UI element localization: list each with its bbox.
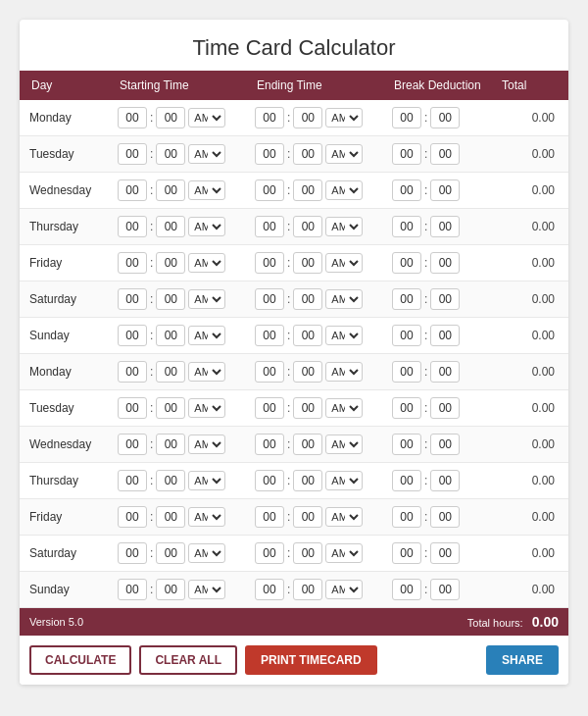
end-hour-input[interactable]: [255, 216, 284, 237]
start-minute-input[interactable]: [156, 542, 185, 564]
end-ampm-select[interactable]: AMPM: [325, 543, 363, 563]
end-hour-input[interactable]: [255, 107, 284, 128]
break-minute-input[interactable]: [430, 542, 460, 564]
start-hour-input[interactable]: [118, 470, 147, 491]
break-hour-input[interactable]: [392, 288, 421, 310]
start-hour-input[interactable]: [118, 579, 147, 600]
start-minute-input[interactable]: [156, 143, 185, 165]
start-ampm-select[interactable]: AMPM: [188, 398, 225, 418]
end-ampm-select[interactable]: AMPM: [325, 507, 363, 527]
end-minute-input[interactable]: [293, 288, 322, 310]
end-hour-input[interactable]: [255, 434, 284, 455]
start-minute-input[interactable]: [156, 325, 185, 346]
start-hour-input[interactable]: [118, 506, 147, 528]
end-minute-input[interactable]: [293, 179, 322, 201]
break-minute-input[interactable]: [430, 361, 460, 383]
start-minute-input[interactable]: [156, 361, 185, 383]
start-ampm-select[interactable]: AMPM: [188, 253, 225, 273]
calculate-button[interactable]: CALCULATE: [29, 645, 131, 675]
start-hour-input[interactable]: [118, 397, 147, 419]
break-minute-input[interactable]: [430, 397, 460, 419]
start-ampm-select[interactable]: AMPM: [188, 217, 225, 236]
break-hour-input[interactable]: [392, 107, 421, 128]
start-ampm-select[interactable]: AMPM: [188, 180, 225, 200]
break-minute-input[interactable]: [430, 325, 460, 346]
break-hour-input[interactable]: [392, 579, 421, 600]
end-ampm-select[interactable]: AMPM: [325, 253, 363, 273]
clear-all-button[interactable]: CLEAR ALL: [139, 645, 237, 675]
break-minute-input[interactable]: [430, 107, 460, 128]
start-hour-input[interactable]: [118, 325, 147, 346]
end-ampm-select[interactable]: AMPM: [325, 471, 363, 490]
break-minute-input[interactable]: [430, 506, 460, 528]
break-hour-input[interactable]: [392, 361, 421, 383]
start-ampm-select[interactable]: AMPM: [188, 108, 225, 128]
end-minute-input[interactable]: [293, 216, 322, 237]
end-hour-input[interactable]: [255, 361, 284, 383]
start-minute-input[interactable]: [156, 216, 185, 237]
end-minute-input[interactable]: [293, 470, 322, 491]
end-ampm-select[interactable]: AMPM: [325, 398, 363, 418]
break-hour-input[interactable]: [392, 216, 421, 237]
end-hour-input[interactable]: [255, 179, 284, 201]
start-minute-input[interactable]: [156, 107, 185, 128]
break-hour-input[interactable]: [392, 434, 421, 455]
end-hour-input[interactable]: [255, 143, 284, 165]
end-minute-input[interactable]: [293, 434, 322, 455]
end-minute-input[interactable]: [293, 252, 322, 274]
start-hour-input[interactable]: [118, 288, 147, 310]
start-hour-input[interactable]: [118, 252, 147, 274]
start-hour-input[interactable]: [118, 361, 147, 383]
end-ampm-select[interactable]: AMPM: [325, 108, 363, 128]
break-minute-input[interactable]: [430, 434, 460, 455]
end-minute-input[interactable]: [293, 143, 322, 165]
start-ampm-select[interactable]: AMPM: [188, 289, 225, 309]
end-hour-input[interactable]: [255, 506, 284, 528]
end-minute-input[interactable]: [293, 542, 322, 564]
start-hour-input[interactable]: [118, 179, 147, 201]
end-minute-input[interactable]: [293, 325, 322, 346]
end-hour-input[interactable]: [255, 579, 284, 600]
end-hour-input[interactable]: [255, 470, 284, 491]
start-ampm-select[interactable]: AMPM: [188, 471, 225, 490]
end-hour-input[interactable]: [255, 542, 284, 564]
break-hour-input[interactable]: [392, 542, 421, 564]
share-button[interactable]: SHARE: [486, 645, 559, 675]
end-ampm-select[interactable]: AMPM: [325, 362, 363, 382]
start-hour-input[interactable]: [118, 107, 147, 128]
end-ampm-select[interactable]: AMPM: [325, 144, 363, 164]
break-hour-input[interactable]: [392, 143, 421, 165]
start-minute-input[interactable]: [156, 179, 185, 201]
start-minute-input[interactable]: [156, 506, 185, 528]
break-minute-input[interactable]: [430, 470, 460, 491]
break-hour-input[interactable]: [392, 252, 421, 274]
break-minute-input[interactable]: [430, 579, 460, 600]
break-minute-input[interactable]: [430, 179, 460, 201]
start-ampm-select[interactable]: AMPM: [188, 543, 225, 563]
start-ampm-select[interactable]: AMPM: [188, 144, 225, 164]
break-hour-input[interactable]: [392, 325, 421, 346]
end-minute-input[interactable]: [293, 506, 322, 528]
end-ampm-select[interactable]: AMPM: [325, 180, 363, 200]
start-minute-input[interactable]: [156, 434, 185, 455]
start-minute-input[interactable]: [156, 470, 185, 491]
end-ampm-select[interactable]: AMPM: [325, 217, 363, 236]
start-ampm-select[interactable]: AMPM: [188, 580, 225, 599]
end-minute-input[interactable]: [293, 107, 322, 128]
break-minute-input[interactable]: [430, 288, 460, 310]
end-ampm-select[interactable]: AMPM: [325, 580, 363, 599]
start-hour-input[interactable]: [118, 216, 147, 237]
break-minute-input[interactable]: [430, 143, 460, 165]
end-ampm-select[interactable]: AMPM: [325, 435, 363, 454]
start-ampm-select[interactable]: AMPM: [188, 362, 225, 382]
end-minute-input[interactable]: [293, 397, 322, 419]
end-hour-input[interactable]: [255, 325, 284, 346]
start-hour-input[interactable]: [118, 434, 147, 455]
break-minute-input[interactable]: [430, 252, 460, 274]
break-hour-input[interactable]: [392, 470, 421, 491]
start-minute-input[interactable]: [156, 579, 185, 600]
start-ampm-select[interactable]: AMPM: [188, 435, 225, 454]
start-ampm-select[interactable]: AMPM: [188, 326, 225, 345]
end-ampm-select[interactable]: AMPM: [325, 326, 363, 345]
print-timecard-button[interactable]: PRINT TIMECARD: [245, 645, 377, 675]
